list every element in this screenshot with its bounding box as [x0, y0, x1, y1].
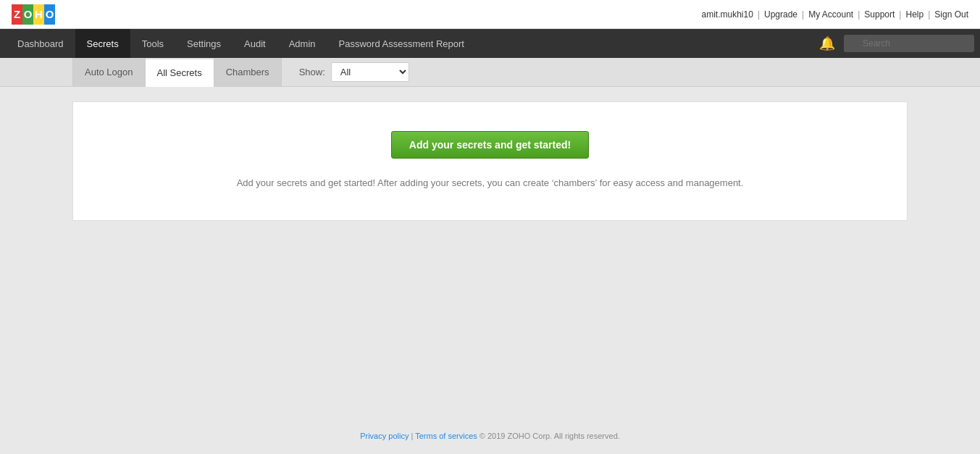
sep5: | — [928, 9, 930, 20]
sep1: | — [758, 9, 760, 20]
search-wrapper: 🔍 — [844, 35, 974, 52]
sign-out-link[interactable]: Sign Out — [934, 9, 968, 20]
logo-z: Z — [12, 4, 22, 25]
privacy-policy-link[interactable]: Privacy policy — [360, 432, 409, 440]
show-label: Show: All Favorites Recent — [299, 62, 409, 82]
logo-o2: O — [44, 4, 55, 25]
show-select[interactable]: All Favorites Recent — [331, 62, 409, 82]
terms-of-services-link[interactable]: Terms of services — [415, 432, 477, 440]
bell-icon[interactable]: 🔔 — [811, 35, 844, 51]
top-nav-links: amit.mukhi10 | Upgrade | My Account | Su… — [702, 9, 968, 20]
main-nav: Dashboard Secrets Tools Settings Audit A… — [0, 29, 980, 58]
tab-all-secrets[interactable]: All Secrets — [146, 58, 214, 87]
nav-admin[interactable]: Admin — [277, 29, 327, 58]
nav-dashboard[interactable]: Dashboard — [6, 29, 75, 58]
info-text: Add your secrets and get started! After … — [237, 176, 744, 191]
nav-secrets[interactable]: Secrets — [75, 29, 130, 58]
nav-tools[interactable]: Tools — [130, 29, 175, 58]
search-input[interactable] — [844, 35, 974, 52]
content-panel: Add your secrets and get started! Add yo… — [72, 101, 908, 221]
username-label: amit.mukhi10 — [702, 9, 753, 20]
support-link[interactable]: Support — [864, 9, 895, 20]
nav-password-report[interactable]: Password Assessment Report — [327, 29, 476, 58]
top-bar: Z O H O amit.mukhi10 | Upgrade | My Acco… — [0, 0, 980, 29]
logo-h: H — [33, 4, 44, 25]
logo-o: O — [22, 4, 33, 25]
nav-settings[interactable]: Settings — [175, 29, 233, 58]
logo[interactable]: Z O H O — [12, 4, 55, 25]
tab-auto-logon[interactable]: Auto Logon — [72, 58, 146, 87]
info-text-content: Add your secrets and get started! After … — [237, 177, 744, 188]
content-wrapper: Add your secrets and get started! Add yo… — [0, 87, 980, 420]
add-secrets-button[interactable]: Add your secrets and get started! — [391, 131, 589, 159]
tab-bar: Auto Logon All Secrets Chambers Show: Al… — [0, 58, 980, 87]
sep4: | — [899, 9, 901, 20]
tab-chambers[interactable]: Chambers — [214, 58, 282, 87]
upgrade-link[interactable]: Upgrade — [764, 9, 797, 20]
footer: Privacy policy | Terms of services © 201… — [0, 420, 980, 452]
sep3: | — [858, 9, 860, 20]
my-account-link[interactable]: My Account — [808, 9, 853, 20]
help-link[interactable]: Help — [905, 9, 924, 20]
nav-audit[interactable]: Audit — [233, 29, 277, 58]
show-text: Show: — [299, 67, 325, 77]
footer-copyright: © 2019 ZOHO Corp. All rights reserved. — [479, 432, 620, 440]
sep2: | — [802, 9, 804, 20]
